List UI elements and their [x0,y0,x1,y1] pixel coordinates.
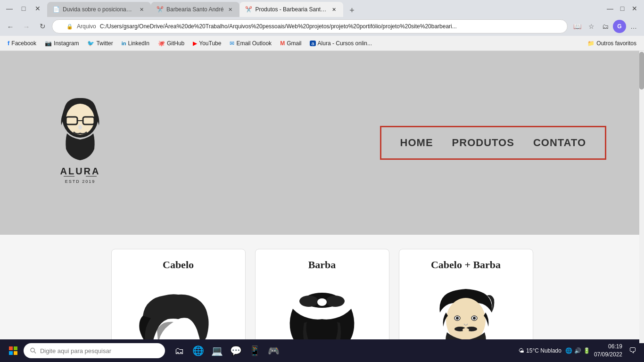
twitter-icon: 🐦 [87,40,94,47]
github-icon: 🐙 [158,40,165,47]
svg-point-13 [299,296,318,307]
svg-point-23 [462,328,469,332]
reading-view-icon[interactable]: 📖 [570,20,584,33]
collections-icon[interactable]: 🗂 [599,20,612,33]
address-label: Arquivo [77,23,96,30]
win-minimize-button[interactable]: — [604,3,616,14]
bookmark-linkedin[interactable]: in LinkedIn [118,39,153,48]
address-text: C:/Users/gsarg/OneDrive/Área%20de%20Trab… [100,23,561,30]
tab-title-1: Duvida sobre o posicionamento... [63,6,135,13]
scrollbar-track[interactable] [639,51,644,343]
tab-close-2[interactable]: ✕ [226,6,234,13]
svg-rect-26 [9,351,13,355]
bookmark-gmail[interactable]: M Gmail [276,39,305,48]
tab-title-2: Barbearia Santo André [166,6,223,13]
svg-point-20 [473,317,476,320]
taskbar-files-icon[interactable]: 🗂 [171,342,188,359]
bookmark-folder[interactable]: 📁 Outros favoritos [584,39,640,48]
bookmark-twitter[interactable]: 🐦 Twitter [83,39,116,48]
win-close-button[interactable]: ✕ [629,3,640,14]
weather-info: 🌤 15°C Nublado [519,347,561,354]
bookmark-folder-label: Outros favoritos [596,40,636,47]
scrollbar-thumb[interactable] [639,52,644,90]
clock: 06:19 07/09/2022 [594,343,622,359]
notifications-icon[interactable]: 🗨 [626,344,639,357]
tab-favicon-1: 📄 [53,6,60,13]
facebook-icon: f [8,40,9,47]
taskbar: 🗂 🌐 💻 💬 📱 🎮 🌤 15°C Nublado 🌐 🔊 🔋 06:19 0… [0,339,644,362]
clock-date: 07/09/2022 [594,351,622,359]
logo-svg: ALURA ESTD 2019 [38,84,123,202]
svg-rect-27 [14,351,17,355]
svg-point-14 [326,296,345,307]
win-restore-button[interactable]: □ [617,3,628,14]
bookmark-instagram-label: Instagram [54,40,79,47]
bookmark-twitter-label: Twitter [96,40,113,47]
search-input[interactable] [40,347,158,354]
tab-2[interactable]: ✂️ Barbearia Santo André ✕ [151,2,239,17]
reload-button[interactable]: ↻ [36,20,49,33]
instagram-icon: 📷 [45,40,52,47]
taskbar-game-icon[interactable]: 🎮 [265,342,282,359]
nav-produtos[interactable]: PRODUTOS [452,137,514,149]
bookmark-youtube[interactable]: ▶ YouTube [189,39,225,48]
bookmark-github[interactable]: 🐙 GitHub [154,39,188,48]
bookmark-github-label: GitHub [167,40,184,47]
taskbar-right: 🌤 15°C Nublado 🌐 🔊 🔋 06:19 07/09/2022 🗨 [519,343,639,359]
volume-icon[interactable]: 🔊 [574,347,581,354]
nav-contato[interactable]: CONTATO [533,137,586,149]
more-options-icon[interactable]: … [627,20,640,33]
address-input-box[interactable]: 🔒 Arquivo C:/Users/gsarg/OneDrive/Área%2… [52,19,568,33]
window-controls[interactable]: — □ ✕ [4,3,43,14]
nav-box: HOME PRODUTOS CONTATO [380,126,606,160]
bookmark-alura[interactable]: a Alura - Cursos onlin... [306,39,376,48]
address-bar: ← → ↻ 🔒 Arquivo C:/Users/gsarg/OneDrive/… [0,17,644,36]
nav-home[interactable]: HOME [400,137,433,149]
tab-close-3[interactable]: ✕ [330,6,338,13]
bookmark-facebook[interactable]: f Facebook [4,39,40,48]
battery-icon: 🔋 [583,347,590,354]
taskbar-edge-icon[interactable]: 🌐 [190,342,206,359]
title-bar: — □ ✕ 📄 Duvida sobre o posicionamento...… [0,0,644,17]
taskbar-whatsapp-icon[interactable]: 💬 [227,342,244,359]
weather-text: 15°C Nublado [526,347,561,354]
youtube-icon: ▶ [193,40,197,47]
site-header: ALURA ESTD 2019 HOME PRODUTOS CONTATO [0,51,644,235]
logo-area: ALURA ESTD 2019 [38,84,123,202]
maximize-button[interactable]: □ [18,3,29,14]
profile-icon[interactable]: G [613,20,626,33]
bookmark-facebook-label: Facebook [11,40,36,47]
svg-text:ALURA: ALURA [60,166,100,176]
bookmark-gmail-label: Gmail [287,40,301,47]
product-title-cabelo-barba: Cabelo + Barba [431,259,501,271]
tab-close-1[interactable]: ✕ [138,6,145,13]
new-tab-button[interactable]: + [345,4,358,17]
tab-3[interactable]: ✂️ Produtos - Barbearia Santo And... ✕ [239,2,343,17]
taskbar-phone-icon[interactable]: 📱 [246,342,263,359]
start-button[interactable] [5,342,22,359]
svg-text:ESTD    2019: ESTD 2019 [65,179,96,184]
site-content: ALURA ESTD 2019 HOME PRODUTOS CONTATO Ca… [0,51,644,362]
clock-time: 06:19 [594,343,622,351]
back-button[interactable]: ← [4,20,17,33]
bookmark-instagram[interactable]: 📷 Instagram [41,39,83,48]
tab-title-3: Produtos - Barbearia Santo And... [255,6,327,13]
bookmarks-bar: f Facebook 📷 Instagram 🐦 Twitter in Link… [0,36,644,51]
bookmark-linkedin-label: LinkedIn [128,40,149,47]
alura-icon: a [310,41,315,46]
svg-point-15 [317,298,327,306]
tab-favicon-2: ✂️ [157,6,164,13]
forward-button[interactable]: → [20,20,33,33]
bookmark-outlook[interactable]: ✉ Email Outlook [226,39,275,48]
close-button[interactable]: ✕ [32,3,43,14]
network-icon[interactable]: 🌐 [565,347,572,354]
tab-1[interactable]: 📄 Duvida sobre o posicionamento... ✕ [47,2,151,17]
taskbar-search[interactable] [24,343,165,358]
bookmark-outlook-label: Email Outlook [236,40,272,47]
avatar[interactable]: G [613,20,626,33]
minimize-button[interactable]: — [4,3,15,14]
favorites-icon[interactable]: ☆ [585,20,598,33]
taskbar-vscode-icon[interactable]: 💻 [208,342,225,359]
svg-point-28 [31,348,34,352]
svg-point-7 [78,125,82,130]
